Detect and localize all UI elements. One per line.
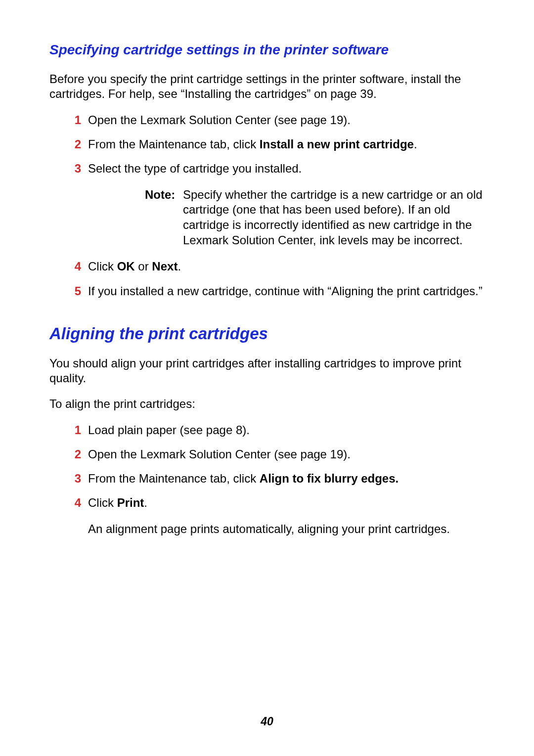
step-bold: Print bbox=[117, 496, 144, 509]
step-tail-paragraph: An alignment page prints automatically, … bbox=[88, 522, 487, 536]
step-text: From the Maintenance tab, click bbox=[88, 137, 260, 151]
lead-in-text: To align the print cartridges: bbox=[49, 397, 487, 411]
step-item: Open the Lexmark Solution Center (see pa… bbox=[49, 446, 487, 462]
steps-list-1: Open the Lexmark Solution Center (see pa… bbox=[49, 112, 487, 299]
step-bold: Install a new print cartridge bbox=[260, 137, 414, 151]
page-number: 40 bbox=[0, 715, 534, 728]
step-item: From the Maintenance tab, click Install … bbox=[49, 136, 487, 152]
step-text: If you installed a new cartridge, contin… bbox=[88, 284, 483, 298]
step-text: From the Maintenance tab, click bbox=[88, 472, 260, 485]
step-bold: Next bbox=[152, 260, 178, 273]
step-item: Load plain paper (see page 8). bbox=[49, 422, 487, 438]
step-text: Select the type of cartridge you install… bbox=[88, 162, 302, 175]
step-text: . bbox=[144, 496, 147, 509]
step-text: Load plain paper (see page 8). bbox=[88, 423, 250, 437]
step-item: If you installed a new cartridge, contin… bbox=[49, 283, 487, 299]
step-text: . bbox=[178, 260, 181, 273]
step-text: Click bbox=[88, 496, 117, 509]
step-text: . bbox=[414, 137, 417, 151]
step-bold: Align to fix blurry edges. bbox=[260, 472, 399, 485]
subsection-heading-specifying: Specifying cartridge settings in the pri… bbox=[49, 42, 487, 58]
step-item: Click Print. An alignment page prints au… bbox=[49, 495, 487, 536]
document-page: Specifying cartridge settings in the pri… bbox=[0, 0, 534, 756]
intro-paragraph-2: You should align your print cartridges a… bbox=[49, 356, 487, 386]
step-item: Open the Lexmark Solution Center (see pa… bbox=[49, 112, 487, 128]
note-block: Note: Specify whether the cartridge is a… bbox=[88, 187, 487, 248]
step-bold: OK bbox=[117, 260, 135, 273]
step-item: From the Maintenance tab, click Align to… bbox=[49, 471, 487, 486]
note-body: Specify whether the cartridge is a new c… bbox=[183, 188, 483, 247]
section-heading-aligning: Aligning the print cartridges bbox=[49, 324, 487, 343]
step-text: Open the Lexmark Solution Center (see pa… bbox=[88, 113, 351, 127]
step-text: Open the Lexmark Solution Center (see pa… bbox=[88, 447, 351, 461]
steps-list-2: Load plain paper (see page 8). Open the … bbox=[49, 422, 487, 536]
step-item: Click OK or Next. bbox=[49, 259, 487, 274]
note-label: Note: bbox=[145, 187, 175, 203]
step-item: Select the type of cartridge you install… bbox=[49, 161, 487, 248]
step-text: Click bbox=[88, 260, 117, 273]
intro-paragraph-1: Before you specify the print cartridge s… bbox=[49, 72, 487, 101]
step-text: or bbox=[135, 260, 152, 273]
